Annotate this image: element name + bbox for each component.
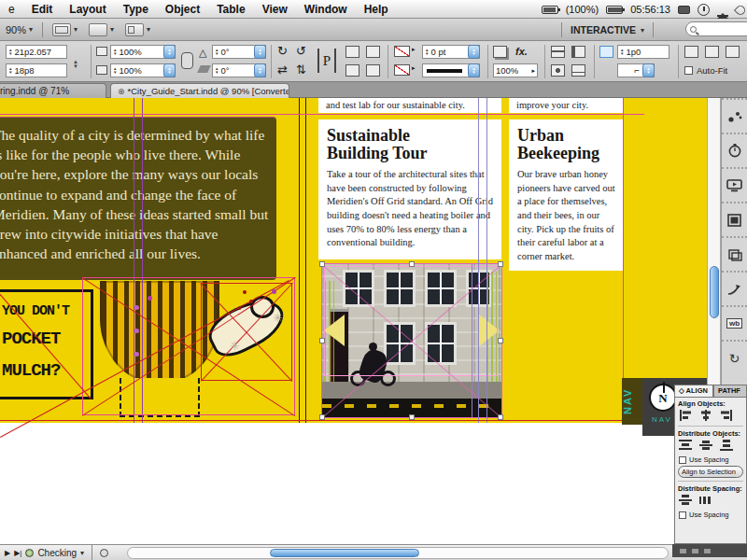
close-icon[interactable]: ⊗ xyxy=(118,87,125,96)
chevron-down-icon[interactable]: ▾ xyxy=(80,549,84,557)
media-panel-icon[interactable] xyxy=(722,202,747,236)
object-states-panel-icon[interactable] xyxy=(722,236,747,271)
corner-shape-stepper[interactable]: ▲▼ xyxy=(642,63,655,77)
stroke-style-dropdown[interactable]: ▲▼ xyxy=(422,63,480,77)
fill-arrow-icon[interactable]: ▸ xyxy=(412,46,416,53)
zoom-level-dropdown[interactable]: 90% ▾ xyxy=(0,22,38,37)
constrain-dimensions-icon[interactable]: ▲▼ xyxy=(73,52,80,69)
comic-speech-bubble[interactable]: YOU DON'T POCKET MULCH? xyxy=(0,289,93,399)
menu-item-file-partial[interactable]: e xyxy=(0,3,23,16)
next-page-button[interactable]: ▶ xyxy=(5,549,10,557)
scale-x-field[interactable]: ▲▼ 100% ▲▼ xyxy=(110,45,176,59)
stroke-weight-field[interactable]: ▲▼ 0 pt ▲▼ xyxy=(422,45,480,59)
distribute-bottom-button[interactable] xyxy=(720,440,733,453)
select-next-button[interactable] xyxy=(366,64,380,77)
last-page-button[interactable]: ▶| xyxy=(14,549,21,557)
stroke-arrow-icon[interactable]: ▸ xyxy=(412,64,416,72)
document-viewport[interactable]: and test lab for our sustainable city. i… xyxy=(0,98,747,544)
tab-spring-indd[interactable]: ring.indd @ 71% xyxy=(0,83,106,98)
align-left-button[interactable] xyxy=(679,410,692,423)
auto-fit-checkbox[interactable] xyxy=(684,66,693,75)
constrain-scale-link-icon[interactable] xyxy=(181,52,193,69)
selection-handle[interactable] xyxy=(319,338,325,343)
anchor-point[interactable] xyxy=(272,289,276,294)
effects-fx-button[interactable]: fx. xyxy=(515,46,528,57)
menu-item-object[interactable]: Object xyxy=(157,3,208,16)
align-to-selection-dropdown[interactable]: Align to Selection xyxy=(678,466,743,478)
menu-item-window[interactable]: Window xyxy=(296,3,356,16)
anchor-point[interactable] xyxy=(134,352,139,357)
selection-handle[interactable] xyxy=(498,414,503,420)
fill-frame-proportionally-button[interactable] xyxy=(684,46,698,58)
anchor-point[interactable] xyxy=(134,305,139,310)
preflight-menu-icon[interactable] xyxy=(100,549,108,557)
align-right-button[interactable] xyxy=(720,410,733,423)
align-hcenter-button[interactable] xyxy=(699,410,712,423)
distribute-top-button[interactable] xyxy=(679,440,692,453)
scale-x-stepper[interactable]: ▲▼ xyxy=(163,45,176,59)
drop-shadow-button[interactable] xyxy=(493,46,507,58)
search-input[interactable] xyxy=(685,21,747,36)
width-field[interactable]: ▲▼ 21p2.057 xyxy=(6,45,67,59)
distribute-hspace-button[interactable] xyxy=(699,495,712,508)
flip-vertical-button[interactable]: ⇅ xyxy=(296,63,306,77)
star-handle-icon[interactable]: ✳ xyxy=(230,339,240,353)
corner-shape-dropdown[interactable]: ⌐ ▲▼ xyxy=(617,63,655,77)
selection-handle[interactable] xyxy=(409,261,415,267)
menu-item-type[interactable]: Type xyxy=(115,3,157,16)
distribute-vcenter-button[interactable] xyxy=(699,440,712,453)
view-options-dropdown[interactable]: ▾ xyxy=(47,21,83,38)
selection-handle[interactable] xyxy=(498,261,503,267)
stroke-style-stepper[interactable]: ▲▼ xyxy=(468,63,480,77)
distribute-vspace-button[interactable] xyxy=(679,495,692,508)
selection-handle[interactable] xyxy=(319,414,325,420)
stroke-weight-stepper[interactable]: ▲▼ xyxy=(468,45,480,59)
fill-swatch-none[interactable] xyxy=(394,46,410,57)
wrap-bounding-box-button[interactable] xyxy=(571,46,585,58)
horizontal-scrollbar-thumb[interactable] xyxy=(270,549,419,557)
fit-content-proportionally-button[interactable] xyxy=(705,46,719,58)
height-field[interactable]: ▲▼ 18p8 xyxy=(6,63,67,77)
wrap-none-button[interactable] xyxy=(551,46,565,58)
scale-y-field[interactable]: ▲▼ 100% ▲▼ xyxy=(110,63,176,77)
use-spacing-checkbox-2[interactable] xyxy=(679,511,686,519)
eject-icon[interactable] xyxy=(717,2,728,18)
menu-item-table[interactable]: Table xyxy=(208,3,253,16)
preview-panel-icon[interactable] xyxy=(722,167,747,202)
nav-layer-tab[interactable]: NAV xyxy=(622,378,642,425)
menu-item-edit[interactable]: Edit xyxy=(23,3,62,16)
shear-stepper[interactable]: ▲▼ xyxy=(254,63,266,77)
animation-panel-icon[interactable] xyxy=(722,271,747,305)
screen-mode-dropdown[interactable]: ▾ xyxy=(83,21,120,38)
menu-item-layout[interactable]: Layout xyxy=(61,3,114,16)
workspace-switcher[interactable]: INTERACTIVE xyxy=(571,24,636,35)
star-handle-icon[interactable]: ✳ xyxy=(273,311,283,325)
intro-text-frame[interactable]: The quality of a city is determined by w… xyxy=(0,117,276,280)
card-urban-beekeeping[interactable]: Urban Beekeeping Our brave urban honey p… xyxy=(509,119,623,271)
fit-frame-to-content-button[interactable] xyxy=(726,46,740,58)
selection-handle[interactable] xyxy=(319,261,325,267)
timing-panel-icon[interactable] xyxy=(722,133,747,167)
horizontal-scrollbar[interactable] xyxy=(127,547,669,559)
anchor-point[interactable] xyxy=(148,296,152,301)
selection-handle[interactable] xyxy=(409,414,415,420)
rotation-stepper[interactable]: ▲▼ xyxy=(254,45,266,59)
shear-field[interactable]: ▲▼ 0° ▲▼ xyxy=(212,63,266,77)
opacity-field[interactable]: 100% ▸ xyxy=(493,63,538,77)
displays-icon[interactable] xyxy=(678,6,690,14)
wrap-object-shape-button[interactable] xyxy=(551,64,565,77)
tab-align[interactable]: ◇ ALIGN xyxy=(674,385,713,397)
corner-radius-field[interactable]: ▲▼ 1p0 xyxy=(617,45,669,59)
tab-city-guide-start[interactable]: ⊗ *City_Guide_Start.indd @ 90% [Converte… xyxy=(110,83,289,98)
tab-pathfinder[interactable]: PATHF xyxy=(713,385,747,397)
menu-item-view[interactable]: View xyxy=(254,3,296,16)
rotate-ccw-button[interactable]: ↺ xyxy=(296,44,306,58)
card-sustainable-building-tour[interactable]: Sustainable Building Tour Take a tour of… xyxy=(318,119,501,259)
arrange-documents-dropdown[interactable]: ▾ xyxy=(120,21,156,38)
time-machine-icon[interactable] xyxy=(698,4,710,16)
select-previous-button[interactable] xyxy=(345,64,359,77)
use-spacing-checkbox[interactable] xyxy=(679,456,686,464)
selection-handle[interactable] xyxy=(498,338,503,343)
rotation-field[interactable]: ▲▼ 0° ▲▼ xyxy=(212,45,266,59)
spotlight-icon[interactable] xyxy=(734,4,747,17)
